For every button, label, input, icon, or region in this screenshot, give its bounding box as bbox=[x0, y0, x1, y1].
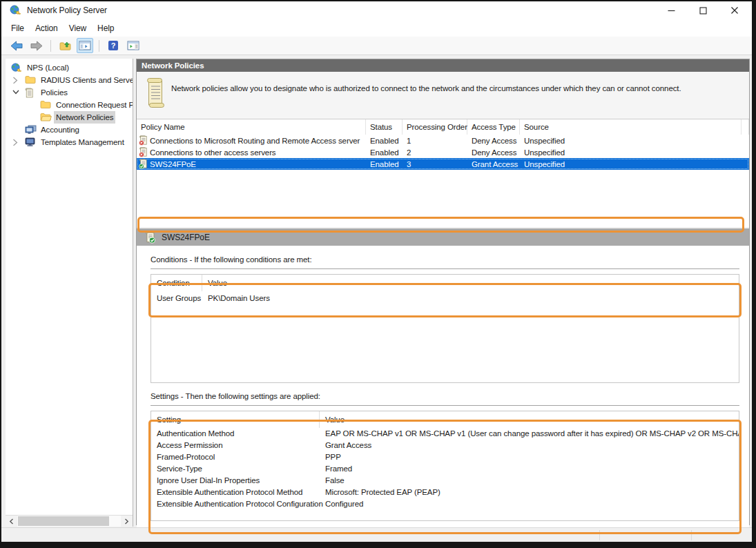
monitor-icon bbox=[25, 137, 36, 147]
policy-grant-icon bbox=[145, 231, 155, 244]
setting-row[interactable]: Extensible Authentication Protocol Confi… bbox=[151, 498, 739, 510]
results-pane-header: Network Policies bbox=[137, 59, 749, 72]
toolbar-separator bbox=[99, 40, 99, 52]
setting-name: Extensible Authentication Protocol Metho… bbox=[151, 487, 320, 498]
policy-source: Unspecified bbox=[520, 148, 742, 157]
setting-row[interactable]: Extensible Authentication Protocol Metho… bbox=[151, 487, 739, 498]
policy-row-selected[interactable]: SWS24FPoE Enabled 3 Grant Access Unspeci… bbox=[137, 158, 749, 170]
description-panel: Network policies allow you to designate … bbox=[137, 72, 749, 119]
tree-item-label: RADIUS Clients and Servers bbox=[39, 74, 133, 86]
tree-item-network-policies[interactable]: Network Policies bbox=[6, 111, 133, 124]
setting-name: Ignore User Dial-In Properties bbox=[151, 475, 320, 487]
detail-pane-body: Conditions - If the following conditions… bbox=[137, 255, 749, 534]
up-folder-icon bbox=[59, 41, 71, 51]
condition-value: PK\Domain Users bbox=[202, 291, 739, 305]
setting-row[interactable]: Access Permission Grant Access bbox=[151, 440, 739, 451]
tree-item-nps-local[interactable]: NPS (Local) bbox=[6, 61, 133, 74]
policy-source: Unspecified bbox=[520, 137, 742, 145]
tree-item-label: NPS (Local) bbox=[25, 61, 71, 74]
help-button[interactable]: ? bbox=[105, 38, 122, 53]
description-text: Network policies allow you to designate … bbox=[171, 84, 681, 92]
scroll-document-icon bbox=[146, 77, 165, 108]
column-header-status[interactable]: Status bbox=[366, 119, 403, 135]
settings-column-value[interactable]: Value bbox=[320, 411, 739, 428]
tree-item-label: Policies bbox=[39, 86, 70, 99]
computers-icon bbox=[25, 125, 37, 135]
column-header-source[interactable]: Source bbox=[520, 119, 742, 135]
menu-file[interactable]: File bbox=[11, 23, 24, 33]
scroll-left-button[interactable] bbox=[6, 516, 17, 527]
policy-list: Policy Name Status Processing Order Acce… bbox=[137, 119, 749, 227]
detail-policy-title: SWS24FPoE bbox=[162, 233, 210, 242]
setting-row[interactable]: Framed-Protocol PPP bbox=[151, 451, 739, 463]
policy-access-type: Deny Access bbox=[467, 148, 520, 157]
up-one-level-button[interactable] bbox=[57, 38, 73, 53]
column-header-access-type[interactable]: Access Type bbox=[467, 119, 520, 135]
nps-globe-icon bbox=[10, 5, 21, 16]
tree-item-templates-management[interactable]: Templates Management bbox=[6, 136, 133, 148]
show-hide-action-pane-button[interactable] bbox=[125, 38, 142, 53]
setting-name: Access Permission bbox=[151, 440, 320, 451]
scroll-left-icon bbox=[9, 518, 14, 525]
tree-item-accounting[interactable]: Accounting bbox=[6, 124, 133, 136]
results-pane: Network Policies Network policies allow … bbox=[136, 59, 750, 525]
tree-item-label: Connection Request Po bbox=[54, 99, 133, 111]
forward-button[interactable] bbox=[28, 38, 45, 53]
close-button[interactable] bbox=[719, 1, 750, 19]
tree-item-label: Accounting bbox=[39, 124, 81, 136]
column-header-processing-order[interactable]: Processing Order bbox=[403, 119, 467, 135]
policy-name: Connections to other access servers bbox=[150, 148, 276, 157]
conditions-column-condition[interactable]: Condition bbox=[151, 275, 202, 291]
scroll-right-button[interactable] bbox=[121, 516, 133, 527]
menu-bar: File Action View Help bbox=[1, 19, 752, 37]
condition-name: User Groups bbox=[151, 291, 202, 305]
close-icon bbox=[730, 6, 739, 14]
menu-action[interactable]: Action bbox=[35, 23, 58, 33]
settings-section-label: Settings - Then the following settings a… bbox=[151, 392, 749, 402]
policy-row[interactable]: Connections to Microsoft Routing and Rem… bbox=[137, 135, 749, 146]
setting-row[interactable]: Authentication Method EAP OR MS-CHAP v1 … bbox=[151, 428, 739, 440]
setting-row[interactable]: Ignore User Dial-In Properties False bbox=[151, 475, 739, 487]
chevron-right-icon[interactable] bbox=[12, 77, 18, 84]
tree-item-connection-request-policies[interactable]: Connection Request Po bbox=[6, 99, 133, 111]
maximize-button[interactable] bbox=[687, 1, 719, 19]
maximize-icon bbox=[699, 7, 707, 14]
menu-view[interactable]: View bbox=[69, 23, 86, 33]
tree-item-radius-clients[interactable]: RADIUS Clients and Servers bbox=[6, 74, 133, 86]
policy-scroll-icon bbox=[25, 88, 34, 98]
settings-column-setting[interactable]: Setting bbox=[151, 411, 320, 428]
policy-name: SWS24FPoE bbox=[150, 160, 196, 168]
minimize-button[interactable] bbox=[655, 1, 687, 19]
setting-name: Service-Type bbox=[151, 463, 320, 475]
conditions-section-label: Conditions - If the following conditions… bbox=[151, 255, 749, 265]
status-bar bbox=[1, 527, 752, 542]
show-hide-console-tree-button[interactable] bbox=[77, 38, 93, 53]
setting-value: PPP bbox=[320, 451, 739, 463]
conditions-table: Condition Value User Groups PK\Domain Us… bbox=[151, 274, 739, 383]
help-icon: ? bbox=[108, 40, 119, 51]
scrollbar-thumb[interactable] bbox=[18, 516, 109, 526]
folder-open-icon bbox=[40, 112, 52, 121]
column-header-policy-name[interactable]: Policy Name bbox=[137, 119, 366, 135]
section-divider bbox=[151, 405, 739, 407]
policy-row[interactable]: Connections to other access servers Enab… bbox=[137, 146, 749, 158]
back-button[interactable] bbox=[8, 38, 25, 53]
title-bar: Network Policy Server bbox=[1, 1, 752, 19]
setting-value: Configured bbox=[320, 498, 739, 510]
tree-item-policies[interactable]: Policies bbox=[6, 86, 133, 99]
toolbar: ? bbox=[1, 37, 752, 55]
setting-name: Authentication Method bbox=[151, 428, 320, 440]
chevron-right-icon[interactable] bbox=[12, 139, 18, 146]
policy-access-type: Grant Access bbox=[467, 160, 520, 168]
chevron-down-icon[interactable] bbox=[12, 89, 19, 95]
tree-horizontal-scrollbar[interactable] bbox=[6, 515, 133, 527]
menu-help[interactable]: Help bbox=[97, 23, 114, 33]
condition-row[interactable]: User Groups PK\Domain Users bbox=[151, 291, 739, 305]
policy-processing-order: 3 bbox=[403, 160, 467, 168]
setting-row[interactable]: Service-Type Framed bbox=[151, 463, 739, 475]
policy-source: Unspecified bbox=[520, 160, 742, 168]
policy-processing-order: 1 bbox=[403, 137, 467, 145]
forward-arrow-icon bbox=[30, 41, 43, 51]
nps-globe-icon bbox=[11, 63, 21, 73]
conditions-column-value[interactable]: Value bbox=[202, 275, 739, 291]
